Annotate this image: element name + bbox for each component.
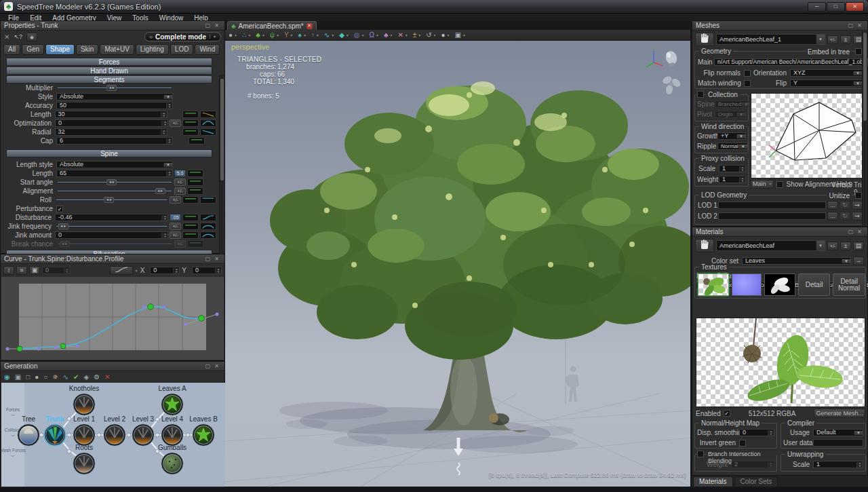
section-hand-drawn[interactable]: Hand Drawn — [6, 67, 212, 75]
ungroup-icon[interactable]: □ — [26, 373, 30, 381]
segment-tool[interactable]: ◆▼ — [339, 32, 349, 39]
opacity-texture-thumb[interactable] — [764, 273, 795, 296]
reload-icon[interactable]: ↻ — [840, 212, 850, 221]
ripple-select[interactable]: Normal▼ — [717, 143, 748, 150]
meshes-scrollbar[interactable] — [862, 31, 867, 225]
length-field[interactable]: 65▲▼ — [56, 170, 173, 177]
hands-icon[interactable]: ✵ — [52, 373, 58, 381]
profile-curve-chip[interactable] — [182, 223, 199, 230]
variance-curve-chip[interactable] — [200, 231, 216, 239]
radial-field[interactable]: 32▲▼ — [55, 128, 167, 136]
detail-texture-button[interactable]: Detail — [798, 273, 831, 296]
close-button[interactable]: ✕ — [846, 2, 864, 12]
export-tool[interactable]: ▣▼ — [455, 32, 466, 39]
tab-all[interactable]: All — [3, 44, 20, 55]
length-style-select[interactable]: Absolute▼ — [56, 161, 173, 168]
alignment-slider[interactable]: ◄► — [56, 187, 173, 195]
eye-icon[interactable]: ◉ — [26, 33, 37, 41]
sphere-view-tool[interactable]: ●▼ — [441, 32, 450, 39]
ring-icon[interactable]: ○ — [43, 373, 47, 381]
close-panel-icon[interactable]: ✕ — [212, 256, 221, 262]
usage-select[interactable]: Default▼ — [813, 429, 863, 436]
float-panel-icon[interactable]: ▢ — [846, 22, 856, 29]
profile-curve-chip[interactable] — [187, 178, 203, 186]
spine-edit-tool[interactable]: ∿▼ — [324, 32, 334, 39]
node-graph[interactable]: ForcesCollisionMesh ForcesTreeTrunkKnoth… — [1, 383, 224, 487]
prune-tool[interactable]: ✕▼ — [397, 32, 408, 39]
preview-view-select[interactable]: Main▼ — [751, 180, 774, 189]
jink-frequency-slider[interactable]: ◄► — [55, 223, 168, 230]
tab-gen[interactable]: Gen — [22, 44, 44, 55]
lock-icon[interactable]: ◈ — [84, 373, 90, 381]
variance-curve-chip[interactable] — [200, 111, 216, 118]
rotate-tool[interactable]: ↺▼ — [426, 32, 436, 39]
start-angle-slider[interactable]: ◄► — [56, 178, 173, 186]
cap-field[interactable]: 6▲▼ — [56, 137, 173, 145]
flip-select[interactable]: Y▼ — [790, 79, 863, 87]
tab-shape[interactable]: Shape — [45, 44, 75, 55]
seedling-tool[interactable]: ↑▼ — [311, 32, 319, 39]
variance-curve-chip[interactable] — [200, 196, 216, 204]
flip-normals-checkbox[interactable] — [744, 70, 751, 77]
mesh-selector[interactable]: AmericanBeechLeaf_1 ▼ — [716, 34, 825, 45]
tab-wind[interactable]: Wind — [195, 44, 220, 55]
close-panel-icon[interactable]: ✕ — [212, 22, 221, 29]
leaf-tool[interactable]: ♣▼ — [256, 32, 265, 39]
lod1-path-field[interactable] — [718, 202, 826, 209]
collection-checkbox[interactable] — [697, 91, 704, 98]
profile-curve-chip[interactable] — [187, 170, 203, 177]
diffuse-texture-thumb[interactable] — [698, 273, 729, 296]
curve-preset-button[interactable] — [110, 266, 133, 275]
style-select[interactable]: Absolute▼ — [56, 93, 173, 100]
embed-in-tree-checkbox[interactable] — [855, 48, 862, 55]
unwrap-scale-field[interactable]: 1▲▼ — [813, 461, 863, 468]
spines-select[interactable]: Branched▼ — [715, 100, 751, 108]
close-panel-icon[interactable]: ✕ — [855, 229, 864, 235]
pivot-select[interactable]: Origin▼ — [715, 111, 746, 118]
viewport-3d[interactable]: perspective TRIANGLES - SELECTED branche… — [225, 41, 690, 487]
material-add-remove-button[interactable]: +/- — [827, 242, 838, 250]
tab-mat-uv[interactable]: Mat+UV — [100, 44, 134, 55]
material-sphere-tool[interactable]: ●▼ — [229, 32, 237, 39]
pointer-help-icon[interactable]: ↖? — [14, 33, 22, 40]
profile-curve-chip[interactable] — [182, 111, 199, 118]
material-selector[interactable]: AmericanBeechLeaf ▼ — [716, 240, 825, 251]
hand-select-icon[interactable] — [695, 239, 714, 252]
profile-curve-chip[interactable] — [189, 137, 205, 145]
profile-curve-chip[interactable] — [182, 119, 199, 127]
variance-curve-chip[interactable] — [200, 128, 216, 136]
group-icon[interactable]: ▣ — [15, 373, 21, 381]
lasso-tool[interactable]: Ω▼ — [369, 32, 378, 39]
close-panel-icon[interactable]: ✕ — [212, 363, 221, 369]
enable-check-icon[interactable]: ✔ — [73, 373, 79, 381]
gizmo-tool[interactable]: ±▼ — [413, 32, 421, 39]
profile-curve-chip[interactable] — [182, 214, 199, 221]
user-data-field[interactable] — [813, 439, 863, 447]
proxy-weight-field[interactable]: 1▲▼ — [719, 176, 746, 183]
material-insert-button[interactable]: ± — [840, 242, 851, 250]
profile-curve-chip[interactable] — [187, 187, 203, 195]
profile-curve-chip[interactable] — [182, 128, 199, 136]
minimize-button[interactable]: ─ — [808, 2, 826, 12]
float-panel-icon[interactable]: ▢ — [846, 229, 856, 235]
variance-button[interactable]: +/- — [170, 119, 181, 127]
focus-node-icon[interactable]: ◉ — [4, 373, 10, 381]
section-segments[interactable]: Segments — [6, 75, 212, 83]
unitize-checkbox[interactable] — [855, 192, 862, 199]
variance-curve-chip[interactable] — [200, 214, 216, 221]
camera-label[interactable]: perspective — [231, 43, 269, 51]
wave-icon[interactable]: ∿ — [63, 373, 68, 381]
tab-close-icon[interactable]: ✕ — [307, 23, 313, 29]
section-spine[interactable]: Spine — [6, 149, 212, 157]
side-item-mesh-forces[interactable]: Mesh Forces — [1, 448, 26, 453]
length-field[interactable]: 30▲▼ — [55, 111, 167, 118]
branch-tool[interactable]: Y▼ — [284, 32, 294, 39]
variance-button[interactable]: +/- — [170, 231, 181, 239]
variance-curve-chip[interactable] — [200, 223, 216, 230]
curve-box-icon[interactable]: ■ — [16, 266, 27, 275]
tab-lod[interactable]: LOD — [170, 44, 194, 55]
properties-scrollbar[interactable] — [219, 75, 224, 271]
locate-icon[interactable]: ➞ — [852, 201, 863, 210]
curve-x-field[interactable]: 0 ▲▼ — [150, 267, 180, 274]
invert-green-checkbox[interactable] — [739, 440, 746, 447]
